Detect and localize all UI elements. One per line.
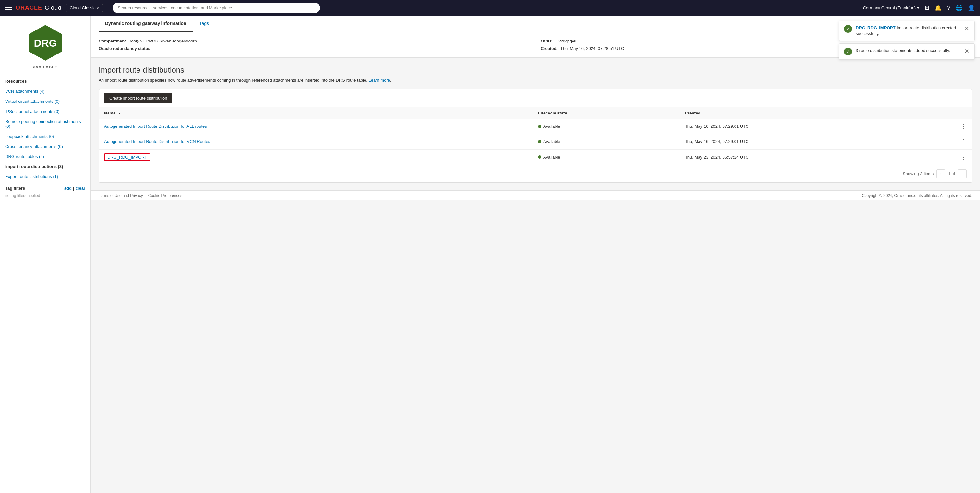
sidebar-item-cross-tenancy[interactable]: Cross-tenancy attachments (0) [0,142,91,151]
row2-actions-menu[interactable]: ⋮ [961,138,967,145]
app-layout: DRG AVAILABLE Resources VCN attachments … [0,16,980,493]
tag-add-link[interactable]: add [64,186,72,191]
row1-name-link[interactable]: Autogenerated Import Route Distribution … [104,124,207,129]
row3-actions-menu[interactable]: ⋮ [961,154,967,160]
tab-drg-info[interactable]: Dynamic routing gateway information [99,16,192,32]
tag-filter-actions: add | clear [64,186,85,191]
tag-divider: | [73,186,74,191]
row3-actions: ⋮ [956,149,972,165]
sort-asc-icon: ▲ [118,111,121,115]
redundancy-value: — [154,46,159,51]
row3-name-link[interactable]: DRG_RDG_IMPORT [107,155,147,159]
row2-created: Thu, May 16, 2024, 07:29:01 UTC [680,134,956,149]
hamburger-menu[interactable] [5,5,12,10]
tag-filters-label: Tag filters [5,186,25,191]
redundancy-label: Oracle redundancy status: [99,46,152,51]
terms-link[interactable]: Terms of Use and Privacy [99,193,143,198]
created-label: Created: [541,46,558,51]
notif1-link[interactable]: DRG_RDG_IMPORT [856,25,896,30]
sidebar-item-virtual-circuit[interactable]: Virtual circuit attachments (0) [0,96,91,107]
row2-state: Available [533,134,680,149]
main-content: Import route distributions An import rou… [91,58,980,190]
navbar: ORACLE Cloud Cloud Classic > Germany Cen… [0,0,980,16]
cookie-link[interactable]: Cookie Preferences [148,193,182,198]
success-icon-1: ✓ [844,25,852,33]
ocid-label: OCID: [541,38,553,43]
row1-name: Autogenerated Import Route Distribution … [99,119,533,134]
table-footer: Showing 3 items ‹ 1 of › [99,165,972,182]
notifications-container: ✓ DRG_RDG_IMPORT import route distributi… [838,21,975,60]
drg-status-label: AVAILABLE [33,65,58,69]
bell-icon[interactable]: 🔔 [935,4,942,11]
sidebar-item-drg-route-tables[interactable]: DRG route tables (2) [0,151,91,162]
sidebar-item-remote-peering[interactable]: Remote peering connection attachments (0… [0,116,91,131]
table-controls: Create import route distribution Name ▲ … [99,89,972,183]
tab-tags[interactable]: Tags [192,16,215,32]
col-name[interactable]: Name ▲ [99,107,533,119]
console-icon[interactable]: ⊞ [924,4,929,11]
create-import-route-button[interactable]: Create import route distribution [104,93,172,103]
sidebar-item-loopback[interactable]: Loopback attachments (0) [0,131,91,142]
cloud-classic-button[interactable]: Cloud Classic > [65,4,103,12]
ocid-value: ...vxqqcgvk [555,38,576,43]
row1-actions-menu[interactable]: ⋮ [961,123,967,130]
svg-text:DRG: DRG [34,37,57,49]
notif1-close-icon[interactable]: ✕ [964,25,969,32]
status-dot-3 [538,155,541,159]
search-bar [113,3,320,13]
notification-2-content: 3 route distribution statements added su… [856,48,961,54]
sidebar-item-export-distributions[interactable]: Export route distributions (1) [0,172,91,181]
table-row: Autogenerated Import Route Distribution … [99,134,972,149]
sidebar-item-import-distributions[interactable]: Import route distributions (3) [0,162,91,172]
table-toolbar: Create import route distribution [99,89,972,107]
notif2-message: 3 route distribution statements added su… [856,48,950,53]
page-label: 1 of [948,171,955,176]
row3-state: Available [533,149,680,165]
notif2-close-icon[interactable]: ✕ [964,48,969,55]
learn-more-link[interactable]: Learn more [368,78,390,83]
row3-name: DRG_RDG_IMPORT [99,149,533,165]
showing-items-label: Showing 3 items [903,171,934,176]
next-page-button[interactable]: › [958,169,967,178]
chevron-down-icon: ▾ [917,5,920,10]
region-selector[interactable]: Germany Central (Frankfurt) ▾ [863,5,920,10]
col-lifecycle-state: Lifecycle state [533,107,680,119]
drg-hexagon: DRG [26,23,65,62]
globe-icon[interactable]: 🌐 [955,4,963,11]
col-actions [956,107,972,119]
status-dot-1 [538,125,541,128]
region-label: Germany Central (Frankfurt) [863,5,916,10]
prev-page-button[interactable]: ‹ [936,169,945,178]
no-filters-label: no tag filters applied [5,193,85,198]
compartment-value: :root)/NETWORK/IwanHoogendoorn [129,38,197,43]
tag-filters-title: Tag filters add | clear [5,186,85,191]
copyright-text: Copyright © 2024, Oracle and/or its affi… [862,193,972,198]
table-row: DRG_RDG_IMPORT Available Thu, May 23, 20… [99,149,972,165]
oracle-brand: ORACLE Cloud [16,5,62,11]
row3-state-label: Available [543,155,560,159]
help-icon[interactable]: ? [947,5,950,11]
row2-name-link[interactable]: Autogenerated Import Route Distribution … [104,139,210,144]
notification-2: ✓ 3 route distribution statements added … [838,43,975,60]
sidebar-item-ipsec[interactable]: IPSec tunnel attachments (0) [0,107,91,116]
search-input[interactable] [113,3,320,13]
tag-clear-link[interactable]: clear [76,186,85,191]
table-header: Name ▲ Lifecycle state Created [99,107,972,119]
oracle-text: ORACLE [16,5,42,11]
footer-links: Terms of Use and Privacy Cookie Preferen… [99,193,182,198]
content-area: ✓ DRG_RDG_IMPORT import route distributi… [91,16,980,493]
row3-created: Thu, May 23, 2024, 06:57:24 UTC [680,149,956,165]
resources-title: Resources [0,75,91,86]
row2-state-label: Available [543,139,560,144]
table-row: Autogenerated Import Route Distribution … [99,119,972,134]
notification-1: ✓ DRG_RDG_IMPORT import route distributi… [838,21,975,41]
row2-name: Autogenerated Import Route Distribution … [99,134,533,149]
sidebar-item-vcn-attachments[interactable]: VCN attachments (4) [0,86,91,96]
row1-state-label: Available [543,124,560,129]
status-dot-2 [538,140,541,143]
section-description: An import route distribution specifies h… [99,77,972,84]
drg-logo-section: DRG AVAILABLE [0,16,91,75]
redundancy-row: Oracle redundancy status: — [99,46,530,51]
user-icon[interactable]: 👤 [968,4,975,11]
page-footer: Terms of Use and Privacy Cookie Preferen… [91,190,980,200]
